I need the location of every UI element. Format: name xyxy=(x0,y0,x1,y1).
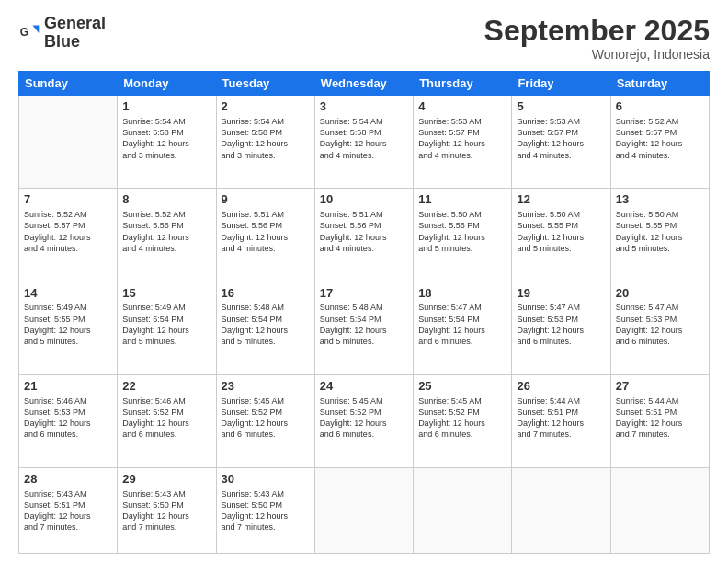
calendar-cell-w3-d6: 19Sunrise: 5:47 AM Sunset: 5:53 PM Dayli… xyxy=(512,282,610,374)
cell-info: Sunrise: 5:53 AM Sunset: 5:57 PM Dayligh… xyxy=(517,116,605,161)
calendar-cell-w3-d2: 15Sunrise: 5:49 AM Sunset: 5:54 PM Dayli… xyxy=(118,282,216,374)
calendar-cell-w5-d3: 30Sunrise: 5:43 AM Sunset: 5:50 PM Dayli… xyxy=(216,467,314,553)
calendar-cell-w2-d3: 9Sunrise: 5:51 AM Sunset: 5:56 PM Daylig… xyxy=(216,189,314,282)
cell-info: Sunrise: 5:44 AM Sunset: 5:51 PM Dayligh… xyxy=(517,396,605,441)
day-number: 18 xyxy=(418,286,506,302)
calendar-cell-w5-d2: 29Sunrise: 5:43 AM Sunset: 5:50 PM Dayli… xyxy=(118,467,216,553)
day-number: 7 xyxy=(24,192,112,208)
cell-info: Sunrise: 5:48 AM Sunset: 5:54 PM Dayligh… xyxy=(222,302,310,347)
calendar-cell-w5-d7 xyxy=(610,467,709,553)
day-number: 19 xyxy=(517,286,605,302)
day-number: 10 xyxy=(320,192,408,208)
calendar-cell-w2-d6: 12Sunrise: 5:50 AM Sunset: 5:55 PM Dayli… xyxy=(512,189,610,282)
day-number: 28 xyxy=(24,472,112,488)
day-number: 4 xyxy=(418,99,506,115)
calendar-cell-w1-d3: 2Sunrise: 5:54 AM Sunset: 5:58 PM Daylig… xyxy=(216,96,314,189)
calendar-cell-w1-d2: 1Sunrise: 5:54 AM Sunset: 5:58 PM Daylig… xyxy=(118,96,216,189)
logo-line2: Blue xyxy=(44,33,106,52)
cell-info: Sunrise: 5:51 AM Sunset: 5:56 PM Dayligh… xyxy=(320,209,408,254)
day-number: 9 xyxy=(222,192,310,208)
cell-info: Sunrise: 5:43 AM Sunset: 5:50 PM Dayligh… xyxy=(222,488,310,534)
cell-info: Sunrise: 5:50 AM Sunset: 5:55 PM Dayligh… xyxy=(517,209,605,254)
cell-info: Sunrise: 5:43 AM Sunset: 5:50 PM Dayligh… xyxy=(122,488,210,534)
calendar-cell-w4-d1: 21Sunrise: 5:46 AM Sunset: 5:53 PM Dayli… xyxy=(19,374,118,467)
calendar-cell-w3-d7: 20Sunrise: 5:47 AM Sunset: 5:53 PM Dayli… xyxy=(610,282,709,374)
day-number: 30 xyxy=(222,472,310,488)
logo: G General Blue xyxy=(18,15,106,52)
cell-info: Sunrise: 5:44 AM Sunset: 5:51 PM Dayligh… xyxy=(616,396,704,441)
cell-info: Sunrise: 5:54 AM Sunset: 5:58 PM Dayligh… xyxy=(122,116,210,161)
cell-info: Sunrise: 5:47 AM Sunset: 5:54 PM Dayligh… xyxy=(418,302,506,347)
cell-info: Sunrise: 5:45 AM Sunset: 5:52 PM Dayligh… xyxy=(222,396,310,441)
cell-info: Sunrise: 5:50 AM Sunset: 5:56 PM Dayligh… xyxy=(418,209,506,254)
cell-info: Sunrise: 5:53 AM Sunset: 5:57 PM Dayligh… xyxy=(418,116,506,161)
day-number: 8 xyxy=(122,192,210,208)
day-number: 6 xyxy=(616,99,704,115)
logo-line1: General xyxy=(44,15,106,33)
cell-info: Sunrise: 5:49 AM Sunset: 5:54 PM Dayligh… xyxy=(122,302,210,347)
cell-info: Sunrise: 5:52 AM Sunset: 5:57 PM Dayligh… xyxy=(24,209,112,254)
calendar-cell-w2-d1: 7Sunrise: 5:52 AM Sunset: 5:57 PM Daylig… xyxy=(19,189,118,282)
calendar-cell-w1-d4: 3Sunrise: 5:54 AM Sunset: 5:58 PM Daylig… xyxy=(314,96,413,189)
day-number: 3 xyxy=(320,99,408,115)
day-number: 2 xyxy=(222,99,310,115)
cell-info: Sunrise: 5:47 AM Sunset: 5:53 PM Dayligh… xyxy=(517,302,605,347)
col-wednesday: Wednesday xyxy=(314,72,413,96)
day-number: 1 xyxy=(122,99,210,115)
calendar-cell-w3-d1: 14Sunrise: 5:49 AM Sunset: 5:55 PM Dayli… xyxy=(19,282,118,374)
calendar-cell-w5-d5 xyxy=(414,467,512,553)
location-subtitle: Wonorejo, Indonesia xyxy=(484,47,710,62)
calendar-cell-w5-d1: 28Sunrise: 5:43 AM Sunset: 5:51 PM Dayli… xyxy=(19,467,118,553)
cell-info: Sunrise: 5:46 AM Sunset: 5:53 PM Dayligh… xyxy=(24,396,112,441)
header: G General Blue September 2025 Wonorejo, … xyxy=(18,15,710,62)
day-number: 17 xyxy=(320,286,408,302)
calendar-cell-w3-d5: 18Sunrise: 5:47 AM Sunset: 5:54 PM Dayli… xyxy=(414,282,512,374)
svg-text:G: G xyxy=(20,26,28,39)
day-number: 13 xyxy=(616,192,704,208)
col-thursday: Thursday xyxy=(414,72,512,96)
calendar-cell-w2-d4: 10Sunrise: 5:51 AM Sunset: 5:56 PM Dayli… xyxy=(314,189,413,282)
week-row-5: 28Sunrise: 5:43 AM Sunset: 5:51 PM Dayli… xyxy=(19,467,710,553)
svg-marker-1 xyxy=(32,25,39,33)
day-number: 16 xyxy=(222,286,310,302)
week-row-3: 14Sunrise: 5:49 AM Sunset: 5:55 PM Dayli… xyxy=(19,282,710,374)
col-tuesday: Tuesday xyxy=(216,72,314,96)
calendar-cell-w4-d3: 23Sunrise: 5:45 AM Sunset: 5:52 PM Dayli… xyxy=(216,374,314,467)
calendar-cell-w2-d5: 11Sunrise: 5:50 AM Sunset: 5:56 PM Dayli… xyxy=(414,189,512,282)
day-number: 11 xyxy=(418,192,506,208)
calendar-cell-w1-d5: 4Sunrise: 5:53 AM Sunset: 5:57 PM Daylig… xyxy=(414,96,512,189)
calendar-cell-w4-d6: 26Sunrise: 5:44 AM Sunset: 5:51 PM Dayli… xyxy=(512,374,610,467)
calendar-cell-w2-d7: 13Sunrise: 5:50 AM Sunset: 5:55 PM Dayli… xyxy=(610,189,709,282)
calendar-cell-w3-d4: 17Sunrise: 5:48 AM Sunset: 5:54 PM Dayli… xyxy=(314,282,413,374)
calendar-cell-w5-d6 xyxy=(512,467,610,553)
calendar-cell-w2-d2: 8Sunrise: 5:52 AM Sunset: 5:56 PM Daylig… xyxy=(118,189,216,282)
cell-info: Sunrise: 5:54 AM Sunset: 5:58 PM Dayligh… xyxy=(320,116,408,161)
month-title: September 2025 xyxy=(484,15,710,47)
day-number: 29 xyxy=(122,472,210,488)
logo-text: General Blue xyxy=(44,15,106,52)
day-number: 20 xyxy=(616,286,704,302)
calendar-cell-w4-d7: 27Sunrise: 5:44 AM Sunset: 5:51 PM Dayli… xyxy=(610,374,709,467)
calendar-header-row: Sunday Monday Tuesday Wednesday Thursday… xyxy=(19,72,710,96)
day-number: 12 xyxy=(517,192,605,208)
cell-info: Sunrise: 5:52 AM Sunset: 5:56 PM Dayligh… xyxy=(122,209,210,254)
page: G General Blue September 2025 Wonorejo, … xyxy=(0,0,728,563)
cell-info: Sunrise: 5:43 AM Sunset: 5:51 PM Dayligh… xyxy=(24,488,112,534)
day-number: 23 xyxy=(222,379,310,395)
week-row-2: 7Sunrise: 5:52 AM Sunset: 5:57 PM Daylig… xyxy=(19,189,710,282)
calendar-cell-w1-d6: 5Sunrise: 5:53 AM Sunset: 5:57 PM Daylig… xyxy=(512,96,610,189)
cell-info: Sunrise: 5:48 AM Sunset: 5:54 PM Dayligh… xyxy=(320,302,408,347)
day-number: 5 xyxy=(517,99,605,115)
day-number: 14 xyxy=(24,286,112,302)
cell-info: Sunrise: 5:46 AM Sunset: 5:52 PM Dayligh… xyxy=(122,396,210,441)
calendar-cell-w1-d1 xyxy=(19,96,118,189)
calendar-cell-w4-d5: 25Sunrise: 5:45 AM Sunset: 5:52 PM Dayli… xyxy=(414,374,512,467)
calendar-table: Sunday Monday Tuesday Wednesday Thursday… xyxy=(18,71,710,554)
col-sunday: Sunday xyxy=(19,72,118,96)
title-block: September 2025 Wonorejo, Indonesia xyxy=(484,15,710,62)
day-number: 24 xyxy=(320,379,408,395)
day-number: 25 xyxy=(418,379,506,395)
calendar-cell-w1-d7: 6Sunrise: 5:52 AM Sunset: 5:57 PM Daylig… xyxy=(610,96,709,189)
calendar-cell-w5-d4 xyxy=(314,467,413,553)
col-friday: Friday xyxy=(512,72,610,96)
